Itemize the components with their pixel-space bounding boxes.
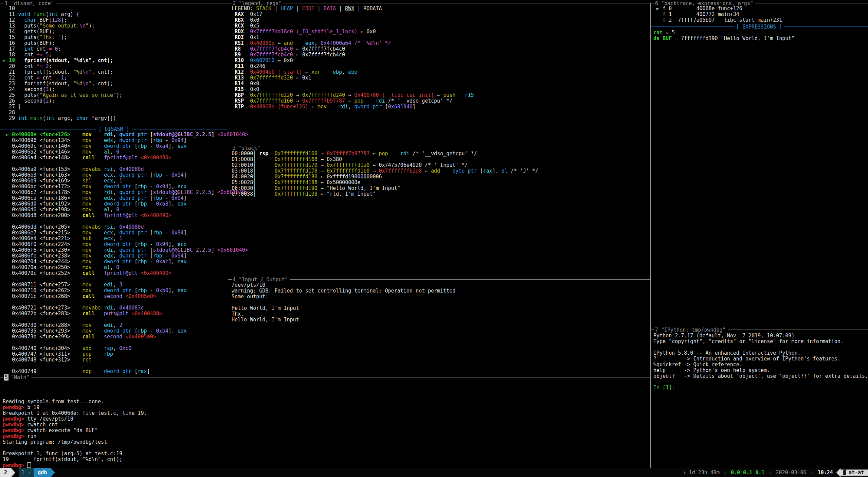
- text-segment: 02:0010│: [232, 162, 274, 168]
- text-segment: ,: [113, 230, 119, 236]
- disasm-line: 0x400735 <func+293> mov dword ptr [rbp -…: [3, 328, 248, 334]
- text-segment: 2: [119, 322, 122, 328]
- text-segment: 0x0: [247, 81, 259, 87]
- text-segment: 12: [3, 17, 24, 23]
- tmux-window-index[interactable]: 1›: [19, 468, 34, 477]
- disasm-line: [3, 218, 248, 224]
- text-segment: 0x40070c <func+252>: [3, 270, 83, 276]
- pane-disasm-code[interactable]: 1"disasm, code" 10 11 void func(int arg)…: [0, 0, 228, 374]
- text-segment: |: [336, 5, 345, 12]
- text-segment: 15 puts(: [3, 34, 39, 40]
- text-segment: 0x7fffffffd220: [250, 92, 293, 98]
- text-segment: );: [49, 86, 55, 92]
- pane-border-vertical-right[interactable]: [650, 3, 651, 468]
- stack-line: 03:0018│ 0x7fffffffd178 → 0x7fffffffd1b0…: [232, 168, 538, 174]
- pane-legend-regs[interactable]: 2"legend, regs" LEGEND: STACK | HEAP | C…: [228, 0, 650, 145]
- pane-border-line: [0, 377, 4, 377]
- tmux-window-list: 2 1› gdb: [0, 468, 55, 477]
- text-segment: HEAP: [281, 5, 293, 12]
- stack-line: 01:0008│ 0x7fffffffd168 ← 0x380: [232, 157, 538, 162]
- ipython-line: ? -> Introduction and overview of IPytho…: [653, 356, 868, 362]
- source-line: 25 puts("Again as it was so nice");: [3, 92, 122, 98]
- gdb-console-listing[interactable]: Reading symbols from test...done.pwndbg>…: [3, 399, 147, 468]
- tmux-session-badge[interactable]: 2: [0, 468, 11, 477]
- text-segment: ← 0x0: [357, 29, 376, 35]
- text-segment: ← 0x7ffff7fcb4c0: [293, 52, 345, 58]
- text-segment: int: [46, 115, 55, 121]
- text-segment: [: [147, 195, 153, 201]
- pane-backtrace-expressions[interactable]: 6"backtrace, expressions, args" ► f 0 40…: [650, 0, 868, 327]
- text-segment: rdi: [104, 131, 113, 138]
- text-segment: <0x4005a0>: [125, 293, 156, 299]
- source-line: 27 }: [3, 104, 122, 110]
- text-segment: DATA: [324, 5, 336, 12]
- text-segment: 16 puts(BUF);: [3, 40, 55, 46]
- console-line: Breakpoint 1, func (arg=5) at test.c:19: [3, 451, 147, 457]
- text-segment: ": [89, 69, 92, 75]
- pane-border-line: [728, 330, 868, 330]
- text-segment: ,: [113, 166, 119, 172]
- text-segment: dword ptr: [119, 195, 147, 201]
- text-segment: [92, 143, 104, 149]
- text-segment: 0x7fffffffd160: [274, 151, 317, 157]
- text-segment: ]: [184, 195, 187, 201]
- text-segment: dword ptr: [119, 172, 147, 178]
- text-segment: 0x7fffffffd170: [274, 162, 317, 168]
- status-separator-icon: ‹: [768, 470, 772, 476]
- text-segment: STACK: [256, 5, 271, 12]
- text-segment: RSP: [232, 98, 247, 104]
- tmux-window-name[interactable]: gdb: [34, 468, 51, 477]
- text-segment: rax: [483, 168, 492, 174]
- pane-border-line: [56, 3, 228, 3]
- pane-main-console[interactable]: 5"Main" Reading symbols from test...done…: [0, 374, 650, 468]
- pane-stack[interactable]: 3"stack" 00:0000│ rsp 0x7fffffffd160 → 0…: [228, 145, 650, 277]
- text-segment: 0x5: [247, 23, 259, 29]
- text-segment: cnt: [33, 46, 49, 52]
- pane-ipython[interactable]: 7"IPython: tmp/pwndbg" Python 2.7.17 (de…: [650, 327, 868, 468]
- text-segment: \n: [79, 23, 86, 29]
- source-line: 10: [3, 6, 122, 12]
- text-segment: 0x7fffffffd190: [274, 185, 317, 191]
- text-segment: 26 second(: [3, 98, 46, 104]
- text-segment: dword ptr: [104, 143, 131, 149]
- text-segment: rbp: [104, 351, 113, 357]
- source-line: 11 void func(int arg) {: [3, 12, 122, 17]
- text-segment: -: [147, 143, 156, 149]
- text-segment: 0x7fffffffd320: [250, 75, 293, 81]
- terminal-cursor[interactable]: [27, 462, 31, 468]
- text-segment: ,: [113, 247, 119, 253]
- text-segment: 14 gets(BUF);: [3, 29, 55, 35]
- text-segment: 0x400740 <func+304>: [3, 345, 83, 351]
- text-segment: void: [18, 11, 30, 17]
- text-segment: [: [147, 247, 153, 253]
- text-segment: 17: [3, 46, 24, 52]
- text-segment: R12: [232, 69, 247, 75]
- output-line: warning: GDB: Failed to set controlling …: [232, 288, 455, 294]
- text-segment: 1: [61, 75, 64, 81]
- text-segment: 0x7fffffffd198: [274, 191, 317, 197]
- text-segment: , cnt);: [92, 69, 113, 75]
- backtrace-line: f 2 7ffff7a05b97 __libc_start_main+231: [653, 17, 782, 23]
- text-segment: 10: [3, 5, 15, 12]
- status-separator-icon: ‹: [811, 470, 814, 476]
- disasm-line: 0x4006c2 <func+178> mov rdi, qword ptr […: [3, 190, 248, 195]
- text-segment: movabs: [83, 224, 101, 230]
- text-segment: 0x400747 <func+311>: [3, 351, 83, 357]
- text-segment: 0x400711 <func+257>: [3, 282, 83, 288]
- text-segment: 0x94: [171, 230, 184, 236]
- text-segment: -: [147, 287, 156, 294]
- text-segment: ← 0xffffd19000000006: [318, 174, 382, 180]
- stack-line: 00:0000│ rsp 0x7fffffffd160 → 0x7ffff7b9…: [232, 151, 538, 157]
- text-segment: qword ptr: [119, 189, 147, 195]
- text-segment: 0x400749: [3, 368, 83, 374]
- source-line: 28: [3, 110, 122, 116]
- date-text: 2020-03-06: [776, 470, 806, 476]
- pane-input-output[interactable]: 4"Input / Output" /dev/pts/10warning: GD…: [228, 277, 650, 374]
- text-segment: rdi: [104, 305, 113, 311]
- text-segment: dword ptr: [104, 183, 131, 190]
- pane-border-vertical-left[interactable]: [228, 3, 228, 374]
- text-segment: [247, 57, 250, 64]
- text-segment: [92, 131, 104, 138]
- text-segment: second: [104, 334, 122, 340]
- text-segment: ← 0x1: [293, 75, 311, 81]
